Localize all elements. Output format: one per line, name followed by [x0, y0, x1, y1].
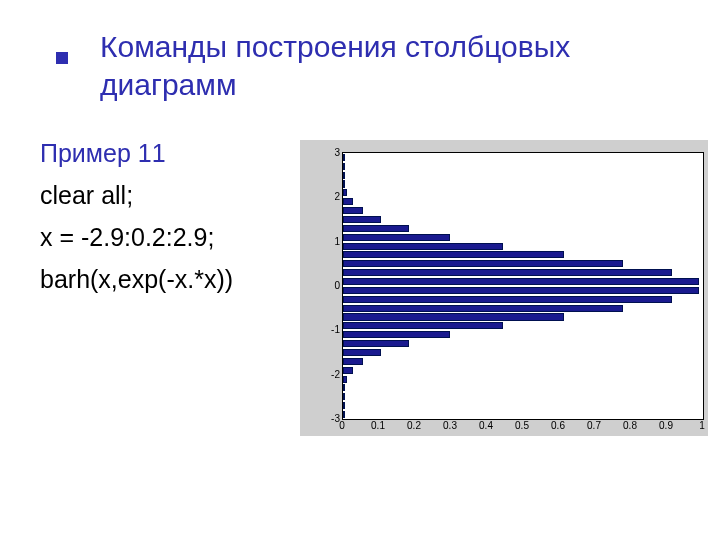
bar [343, 393, 345, 400]
bar [343, 216, 381, 223]
y-tick-label: 3 [320, 147, 340, 158]
bar [343, 376, 347, 383]
bar [343, 287, 699, 294]
bar [343, 198, 353, 205]
x-tick-label: 0.9 [659, 420, 673, 438]
bar [343, 384, 345, 391]
bar [343, 411, 345, 418]
x-tick-label: 0.7 [587, 420, 601, 438]
figure-panel: -3-2-10123 00.10.20.30.40.50.60.70.80.91 [300, 140, 708, 436]
x-tick-label: 0.1 [371, 420, 385, 438]
bar [343, 163, 345, 170]
bar [343, 340, 409, 347]
bar [343, 154, 345, 161]
bar [343, 349, 381, 356]
bar [343, 296, 672, 303]
bar [343, 331, 450, 338]
y-tick-label: -1 [320, 324, 340, 335]
bar [343, 172, 345, 179]
y-tick-label: -2 [320, 368, 340, 379]
bar [343, 234, 450, 241]
x-tick-label: 0.2 [407, 420, 421, 438]
bar [343, 260, 623, 267]
x-tick-label: 0.5 [515, 420, 529, 438]
bar [343, 251, 564, 258]
bar [343, 243, 503, 250]
x-tick-label: 0.6 [551, 420, 565, 438]
y-tick-label: -3 [320, 413, 340, 424]
bar [343, 269, 672, 276]
bar [343, 358, 363, 365]
y-tick-label: 0 [320, 280, 340, 291]
y-tick-label: 1 [320, 235, 340, 246]
x-tick-label: 0.3 [443, 420, 457, 438]
bar [343, 225, 409, 232]
bar [343, 313, 564, 320]
x-tick-label: 1 [699, 420, 705, 438]
y-tick-label: 2 [320, 191, 340, 202]
bar [343, 180, 345, 187]
bar [343, 207, 363, 214]
slide-title: Команды построения столбцовых диаграмм [100, 28, 660, 104]
bar [343, 189, 347, 196]
title-bullet [56, 52, 68, 64]
bar [343, 402, 345, 409]
x-tick-label: 0.8 [623, 420, 637, 438]
bar [343, 322, 503, 329]
barh-chart [342, 152, 704, 420]
x-tick-label: 0.4 [479, 420, 493, 438]
x-tick-label: 0 [339, 420, 345, 438]
bar [343, 305, 623, 312]
bar [343, 367, 353, 374]
bar [343, 278, 699, 285]
